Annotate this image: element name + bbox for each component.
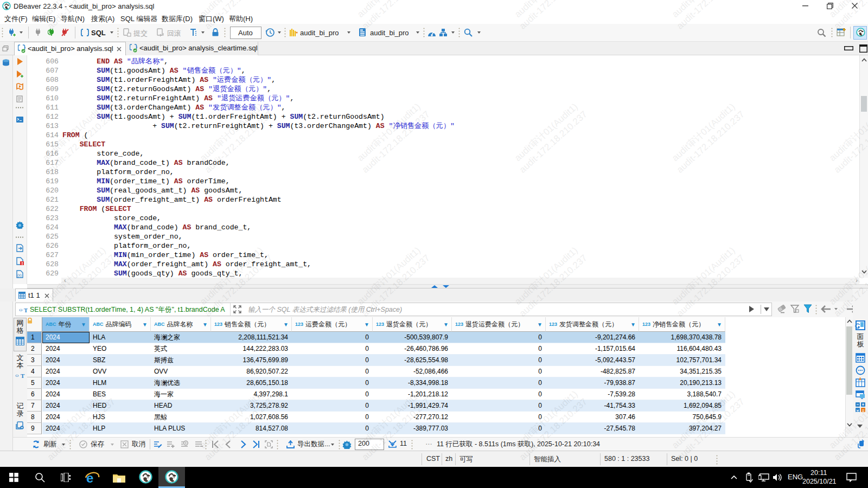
svg-text:‹›: ‹› [19,307,23,313]
svg-text:(x): (x) [17,273,22,278]
svg-text:‹›: ‹› [15,373,19,378]
svg-text:T: T [24,307,28,313]
svg-text:T: T [21,373,25,379]
